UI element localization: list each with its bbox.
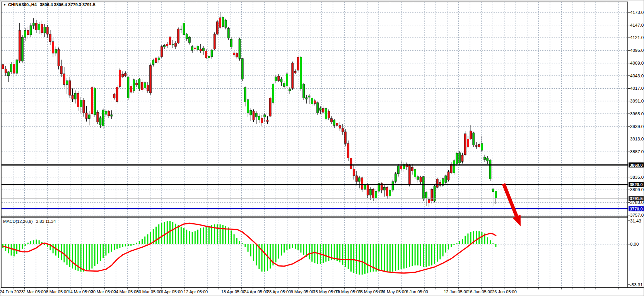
candle bbox=[38, 24, 40, 30]
candle bbox=[191, 46, 193, 50]
candle bbox=[292, 63, 294, 88]
candle bbox=[241, 59, 243, 79]
candle bbox=[328, 111, 330, 118]
candle bbox=[24, 31, 26, 38]
candle bbox=[383, 187, 385, 190]
candle bbox=[32, 23, 34, 26]
candle bbox=[319, 108, 321, 110]
candle bbox=[453, 161, 455, 173]
symbol-dropdown-icon[interactable]: ▼ bbox=[3, 3, 6, 7]
candle bbox=[19, 31, 20, 61]
candle bbox=[2, 65, 4, 69]
candle bbox=[44, 27, 46, 33]
candle bbox=[250, 110, 252, 115]
candle bbox=[448, 172, 449, 180]
candle bbox=[247, 99, 249, 113]
candle bbox=[35, 23, 37, 30]
candle bbox=[306, 98, 307, 99]
candle bbox=[30, 26, 32, 35]
candle bbox=[431, 189, 433, 201]
candle bbox=[233, 53, 235, 55]
candle bbox=[347, 144, 349, 158]
candle bbox=[211, 50, 213, 57]
time-axis-label: 31 May 05:00 bbox=[381, 289, 407, 294]
candle bbox=[303, 84, 305, 98]
candle bbox=[311, 98, 313, 104]
candle bbox=[69, 80, 71, 95]
candle bbox=[178, 29, 179, 43]
candle bbox=[99, 118, 101, 125]
price-tick-label: 3991.0 bbox=[630, 99, 644, 103]
price-tick-label: 3939.0 bbox=[630, 124, 644, 129]
time-axis-label: 18 Apr 05:00 bbox=[221, 289, 245, 294]
candle bbox=[264, 115, 266, 117]
candle bbox=[72, 95, 73, 99]
candle bbox=[395, 174, 396, 181]
time-axis-label: 14 Mar 05:00 bbox=[68, 289, 93, 294]
candle bbox=[369, 189, 371, 195]
price-tick-label: 4095.0 bbox=[630, 48, 644, 53]
candle bbox=[136, 83, 138, 85]
candle bbox=[130, 86, 132, 92]
candle bbox=[94, 88, 96, 115]
macd-values: -3.83 11.34 bbox=[34, 219, 56, 224]
price-tick-label: 4043.0 bbox=[630, 74, 644, 78]
candle bbox=[230, 39, 232, 47]
candle bbox=[261, 118, 263, 123]
price-tick-label: 4147.0 bbox=[630, 23, 644, 27]
candle bbox=[300, 57, 302, 89]
chart-title: ▼CHINA300-,H43806.4 3806.4 3779.3 3791.5 bbox=[3, 2, 96, 7]
candle bbox=[487, 158, 489, 161]
candle bbox=[372, 189, 374, 198]
time-axis-label: 20 Mar 05:00 bbox=[91, 289, 116, 294]
candle bbox=[186, 34, 188, 39]
time-axis-label: 16 Jun 05:00 bbox=[468, 289, 492, 294]
macd-tick-label: 0.00 bbox=[630, 242, 639, 246]
candle bbox=[269, 98, 271, 116]
candle bbox=[481, 144, 483, 151]
candle bbox=[470, 131, 472, 139]
candle bbox=[342, 128, 343, 132]
price-tick-label: 4173.0 bbox=[630, 10, 644, 15]
candle bbox=[397, 166, 399, 174]
candle bbox=[214, 34, 215, 49]
candle bbox=[364, 185, 366, 190]
candle bbox=[280, 79, 282, 82]
candle bbox=[227, 29, 229, 38]
macd-indicator-label: MACD(12,26,9)-3.83 11.34 bbox=[3, 219, 56, 224]
price-tick-label: 3887.0 bbox=[630, 149, 644, 154]
candle bbox=[216, 22, 218, 34]
price-badge-label: 3770.0 bbox=[630, 207, 643, 211]
candle bbox=[253, 111, 255, 120]
candle bbox=[456, 153, 458, 164]
candle bbox=[52, 42, 54, 53]
candle bbox=[375, 191, 377, 198]
candle bbox=[236, 53, 238, 57]
candle bbox=[205, 51, 207, 58]
candle bbox=[286, 74, 288, 86]
candle bbox=[122, 74, 124, 77]
candle bbox=[239, 39, 241, 58]
time-axis-label: 28 Apr 05:00 bbox=[267, 289, 291, 294]
candle bbox=[116, 87, 118, 102]
candle bbox=[49, 34, 51, 42]
price-chart-canvas[interactable]: 4173.04147.04121.04095.04069.04043.04017… bbox=[0, 0, 644, 296]
candle bbox=[219, 18, 221, 27]
candle bbox=[425, 192, 427, 198]
candle bbox=[194, 48, 196, 49]
candle bbox=[105, 111, 107, 115]
candle bbox=[266, 120, 268, 121]
candle bbox=[436, 179, 438, 187]
candle bbox=[127, 77, 129, 98]
candle bbox=[5, 69, 7, 73]
price-tick-label: 4121.0 bbox=[630, 35, 644, 40]
candle bbox=[492, 189, 494, 192]
price-tick-label: 3757.0 bbox=[630, 213, 644, 217]
candle bbox=[314, 101, 316, 104]
candle bbox=[489, 160, 491, 179]
candle bbox=[414, 169, 416, 177]
candle bbox=[408, 166, 410, 185]
candle bbox=[339, 125, 341, 128]
candle bbox=[325, 108, 327, 119]
time-axis-label: 19 May 05:00 bbox=[335, 289, 361, 294]
